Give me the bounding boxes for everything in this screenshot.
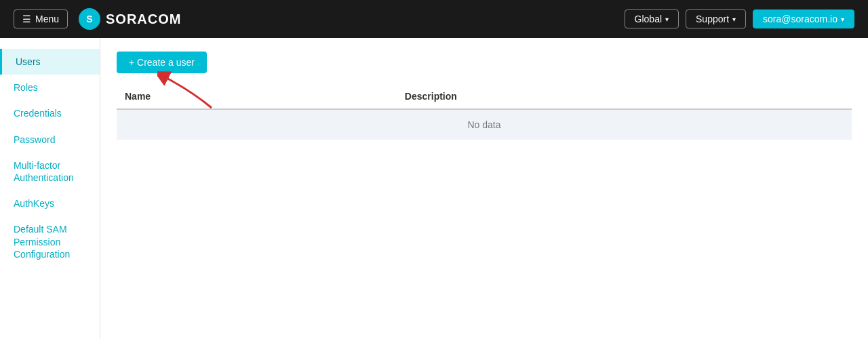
logo-circle: S [79,8,100,30]
content-area: + Create a user Name Descriptio [100,38,868,339]
support-button[interactable]: Support ▾ [686,9,746,28]
hamburger-icon: ☰ [22,14,31,24]
sidebar: Users Roles Credentials Password Multi-f… [0,38,100,339]
sidebar-item-credentials[interactable]: Credentials [0,100,100,126]
no-data-row: No data [117,109,852,140]
users-table: Name Description No data [117,84,852,140]
main-layout: Users Roles Credentials Password Multi-f… [0,38,868,339]
sidebar-item-users[interactable]: Users [0,49,100,75]
global-label: Global [635,14,662,24]
toolbar: + Create a user [117,52,852,73]
user-email-label: sora@soracom.io [763,14,837,24]
create-user-button[interactable]: + Create a user [117,52,207,73]
sidebar-item-sam[interactable]: Default SAM Permission Configuration [0,216,100,267]
nav-left: ☰ Menu S SORACOM [14,8,181,30]
brand-name: SORACOM [106,12,181,27]
top-nav: ☰ Menu S SORACOM Global ▾ Support ▾ sora… [0,0,868,38]
global-caret-icon: ▾ [665,16,669,23]
table-header-row: Name Description [117,84,852,109]
brand-logo: S SORACOM [79,8,181,30]
sidebar-item-password[interactable]: Password [0,127,100,153]
menu-button[interactable]: ☰ Menu [14,9,68,28]
table-body: No data [117,109,852,140]
nav-right: Global ▾ Support ▾ sora@soracom.io ▾ [625,9,854,28]
no-data-cell: No data [117,109,852,140]
support-caret-icon: ▾ [732,16,736,23]
create-btn-container: + Create a user [117,52,207,73]
col-name: Name [117,84,397,109]
user-button[interactable]: sora@soracom.io ▾ [753,9,854,28]
sidebar-item-authkeys[interactable]: AuthKeys [0,191,100,216]
table-header: Name Description [117,84,852,109]
sidebar-item-roles[interactable]: Roles [0,75,100,100]
col-description: Description [397,84,852,109]
user-caret-icon: ▾ [841,16,844,23]
support-label: Support [696,14,729,24]
global-button[interactable]: Global ▾ [625,9,679,28]
menu-label: Menu [35,14,59,24]
create-user-label: + Create a user [129,57,195,68]
sidebar-item-mfa[interactable]: Multi-factor Authentication [0,153,100,191]
